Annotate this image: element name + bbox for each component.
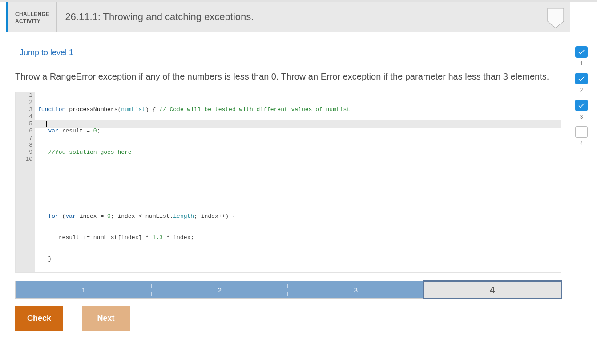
code-line: for (var index = 0; index < numList.leng… <box>38 213 561 220</box>
line-number: 7 <box>18 135 32 142</box>
code-line: function processNumbers(numList) { // Co… <box>38 106 561 113</box>
line-number: 2 <box>18 99 32 106</box>
line-number: 4 <box>18 113 32 120</box>
code-line: result += numList[index] * 1.3 * index; <box>38 234 561 241</box>
step-number: 2 <box>580 87 583 93</box>
code-line: var result = 0; <box>38 128 561 135</box>
line-number: 8 <box>18 142 32 149</box>
step-badge-2[interactable] <box>575 73 588 84</box>
activity-header: CHALLENGE ACTIVITY 26.11.1: Throwing and… <box>6 2 570 32</box>
editor-code-area[interactable]: function processNumbers(numList) { // Co… <box>35 92 561 272</box>
line-number: 6 <box>18 128 32 135</box>
level-progress-bar: 1 2 3 4 <box>15 281 561 299</box>
step-number: 1 <box>580 60 583 67</box>
shield-icon <box>547 8 564 30</box>
level-segment-4[interactable]: 4 <box>423 280 562 299</box>
next-button[interactable]: Next <box>82 306 130 331</box>
line-number: 9 <box>18 149 32 156</box>
level-segment-label: 1 <box>82 286 85 294</box>
level-segment-label: 4 <box>490 285 495 295</box>
step-badge-4[interactable] <box>575 126 588 138</box>
side-progress-column: 1 2 3 4 <box>574 46 589 150</box>
prompt-text: Throw a RangeError exception if any of t… <box>15 70 561 84</box>
code-line <box>38 170 561 177</box>
line-number: 3 <box>18 106 32 113</box>
activity-type-line1: CHALLENGE <box>15 11 49 18</box>
code-line: } <box>38 256 561 263</box>
step-badge-1[interactable] <box>575 46 588 58</box>
level-segment-1[interactable]: 1 <box>16 281 152 298</box>
step-badge-3[interactable] <box>575 100 588 111</box>
check-button[interactable]: Check <box>15 306 63 331</box>
level-segment-3[interactable]: 3 <box>288 281 424 298</box>
level-segment-label: 3 <box>354 286 358 294</box>
check-icon <box>577 101 585 109</box>
activity-type-label: CHALLENGE ACTIVITY <box>8 2 57 32</box>
editor-gutter: 1 2 3 4 5 6 7 8 9 10 <box>16 92 35 272</box>
jump-to-level-link[interactable]: Jump to level 1 <box>20 48 73 57</box>
check-icon <box>577 75 585 83</box>
activity-title: 26.11.1: Throwing and catching exception… <box>57 2 254 32</box>
code-editor[interactable]: 1 2 3 4 5 6 7 8 9 10 function processNum… <box>15 92 561 273</box>
activity-type-line2: ACTIVITY <box>15 18 49 25</box>
level-segment-label: 2 <box>218 286 222 294</box>
step-number: 3 <box>580 114 583 120</box>
code-line: //You solution goes here <box>38 149 561 156</box>
code-line <box>38 192 561 199</box>
line-number: 10 <box>18 156 32 163</box>
step-number: 4 <box>580 140 583 147</box>
check-icon <box>577 48 585 56</box>
line-number: 1 <box>18 92 32 99</box>
level-segment-2[interactable]: 2 <box>152 281 288 298</box>
line-number: 5 <box>18 120 32 128</box>
